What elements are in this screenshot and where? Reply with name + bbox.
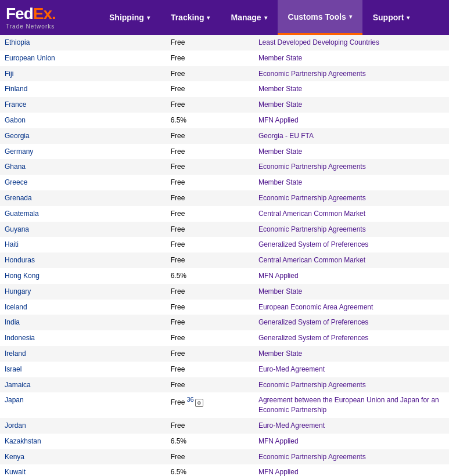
chevron-down-icon: ▾: [349, 13, 352, 20]
table-row: HondurasFreeCentral American Common Mark…: [0, 253, 449, 268]
preference-link[interactable]: Generalized System of Preferences: [258, 334, 368, 342]
preference-type: Member State: [254, 51, 449, 66]
preference-link[interactable]: Member State: [258, 178, 302, 186]
table-row: European UnionFreeMember State: [0, 51, 449, 66]
country-link[interactable]: Kazakhstan: [5, 437, 41, 445]
nav-tracking[interactable]: Tracking ▾: [160, 0, 221, 35]
preference-type: Member State: [254, 144, 449, 160]
country-link[interactable]: Gabon: [5, 116, 26, 124]
country-link[interactable]: India: [5, 318, 20, 326]
preference-type: MFN Applied: [254, 464, 449, 476]
duty-rate: Free: [166, 190, 254, 206]
country-link[interactable]: Georgia: [5, 132, 30, 140]
preference-link[interactable]: Georgia - EU FTA: [258, 132, 314, 140]
preference-link[interactable]: Central American Common Market: [258, 210, 365, 218]
country-link[interactable]: Japan: [5, 396, 24, 404]
country-link[interactable]: Hungary: [5, 287, 31, 295]
country-link[interactable]: Fiji: [5, 70, 13, 78]
country-link[interactable]: Guyana: [5, 225, 29, 233]
preference-type: Generalized System of Preferences: [254, 330, 449, 346]
country-link[interactable]: Ethiopia: [5, 38, 30, 46]
country-link[interactable]: Kenya: [5, 453, 24, 461]
preference-link[interactable]: Member State: [258, 100, 302, 109]
preference-link[interactable]: Economic Partnership Agreements: [258, 225, 366, 233]
duty-rate: Free: [166, 51, 254, 66]
preference-type: Euro-Med Agreement: [254, 362, 449, 377]
preference-link[interactable]: Generalized System of Preferences: [258, 318, 368, 326]
preference-type: Economic Partnership Agreements: [254, 190, 449, 206]
preference-link[interactable]: MFN Applied: [258, 437, 299, 445]
preference-link[interactable]: Euro-Med Agreement: [258, 421, 325, 430]
duty-rate: Free: [166, 300, 254, 315]
preference-link[interactable]: Member State: [258, 85, 302, 93]
table-row: Kuwait6.5%MFN Applied: [0, 464, 449, 476]
country-link[interactable]: Grenada: [5, 194, 32, 202]
preference-link[interactable]: Member State: [258, 287, 302, 295]
country-link[interactable]: Kuwait: [5, 468, 26, 476]
preference-link[interactable]: MFN Applied: [258, 272, 299, 280]
duty-rate: Free: [166, 284, 254, 300]
table-row: IndonesiaFreeGeneralized System of Prefe…: [0, 330, 449, 346]
country-link[interactable]: Jamaica: [5, 381, 31, 389]
duty-rate: Free: [166, 222, 254, 237]
nav-customs-tools[interactable]: Customs Tools ▾: [278, 0, 362, 35]
duty-rates-table: EthiopiaFreeLeast Developed Developing C…: [0, 35, 449, 476]
duty-rate: Free: [166, 377, 254, 393]
preference-link[interactable]: Economic Partnership Agreements: [258, 194, 366, 202]
preference-link[interactable]: Member State: [258, 349, 302, 358]
duty-rate: Free: [166, 159, 254, 175]
preference-link[interactable]: Euro-Med Agreement: [258, 365, 325, 373]
preference-link[interactable]: MFN Applied: [258, 116, 299, 124]
table-row: GermanyFreeMember State: [0, 144, 449, 160]
preference-type: Least Developed Developing Countries: [254, 35, 449, 51]
preference-link[interactable]: MFN Applied: [258, 468, 299, 476]
preference-link[interactable]: Least Developed Developing Countries: [258, 38, 379, 46]
table-row: HungaryFreeMember State: [0, 284, 449, 300]
duty-rate: Free: [166, 97, 254, 113]
preference-type: MFN Applied: [254, 434, 449, 449]
preference-link[interactable]: Agreement between the European Union and…: [258, 396, 439, 414]
preference-type: Generalized System of Preferences: [254, 237, 449, 253]
country-link[interactable]: Ireland: [5, 349, 26, 358]
preference-link[interactable]: Economic Partnership Agreements: [258, 70, 366, 78]
rate-note: 36: [185, 396, 193, 403]
nav-shipping[interactable]: Shipping ▾: [99, 0, 160, 35]
preference-link[interactable]: Member State: [258, 147, 302, 156]
duty-rate: Free: [166, 175, 254, 190]
country-link[interactable]: Iceland: [5, 303, 27, 311]
duty-rate: Free: [166, 418, 254, 434]
logo[interactable]: FedEx. Trade Networks: [6, 6, 81, 30]
preference-link[interactable]: European Economic Area Agreement: [258, 303, 373, 311]
preference-link[interactable]: Economic Partnership Agreements: [258, 453, 366, 461]
tooltip-icon[interactable]: ⊕: [195, 399, 203, 407]
table-row: JapanFree 36⊕Agreement between the Europ…: [0, 392, 449, 418]
table-row: Gabon6.5%MFN Applied: [0, 113, 449, 128]
preference-link[interactable]: Generalized System of Preferences: [258, 240, 368, 248]
duty-rate: Free: [166, 144, 254, 160]
preference-type: Member State: [254, 97, 449, 113]
country-link[interactable]: Israel: [5, 365, 21, 373]
country-link[interactable]: Haiti: [5, 240, 19, 248]
country-link[interactable]: Guatemala: [5, 210, 39, 218]
table-row: GhanaFreeEconomic Partnership Agreements: [0, 159, 449, 175]
table-row: GreeceFreeMember State: [0, 175, 449, 190]
country-link[interactable]: Germany: [5, 147, 33, 156]
country-link[interactable]: France: [5, 100, 26, 109]
preference-link[interactable]: Member State: [258, 54, 302, 62]
preference-link[interactable]: Central American Common Market: [258, 256, 365, 264]
country-link[interactable]: Finland: [5, 85, 27, 93]
country-link[interactable]: Indonesia: [5, 334, 35, 342]
chevron-down-icon: ▾: [207, 15, 210, 21]
table-row: GrenadaFreeEconomic Partnership Agreemen…: [0, 190, 449, 206]
preference-link[interactable]: Economic Partnership Agreements: [258, 163, 366, 171]
country-link[interactable]: Jordan: [5, 421, 26, 430]
country-link[interactable]: Greece: [5, 178, 27, 186]
country-link[interactable]: Hong Kong: [5, 272, 39, 280]
country-link[interactable]: Honduras: [5, 256, 35, 264]
preference-link[interactable]: Economic Partnership Agreements: [258, 381, 366, 389]
country-link[interactable]: European Union: [5, 54, 55, 62]
duty-rate: Free: [166, 35, 254, 51]
country-link[interactable]: Ghana: [5, 163, 26, 171]
nav-support[interactable]: Support ▾: [362, 0, 421, 35]
nav-manage[interactable]: Manage ▾: [220, 0, 277, 35]
